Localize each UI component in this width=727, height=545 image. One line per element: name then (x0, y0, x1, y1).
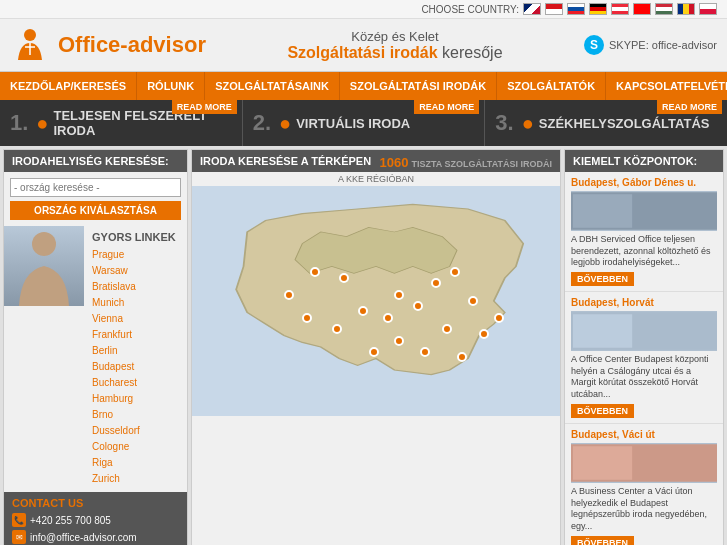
tagline-top: Közép és Kelet (287, 29, 502, 44)
email-address: info@office-advisor.com (30, 532, 137, 543)
nav: KEZDŐLAP/KERESÉS RÓLUNK SZOLGÁLTATÁSAINK… (0, 72, 727, 100)
tagline: Közép és Kelet Szolgáltatási irodák kere… (287, 29, 502, 62)
country-search-input[interactable] (10, 178, 181, 197)
logo-text: Office-advisor (58, 32, 206, 58)
left-content: GYORS LINKEK Prague Warsaw Bratislava Mu… (4, 226, 187, 492)
svg-point-3 (32, 232, 56, 256)
email-item: ✉ info@office-advisor.com (12, 530, 179, 544)
featured-item-3: Budapest, Váci út A Business Center a Vá… (565, 424, 723, 545)
featured-readmore-2[interactable]: BŐVEBBEN (571, 404, 634, 418)
flag-de[interactable] (589, 3, 607, 15)
logo-area: Office-advisor (10, 25, 206, 65)
map-dot-8[interactable] (450, 267, 460, 277)
link-prague[interactable]: Prague (92, 247, 176, 263)
featured-img-2 (571, 311, 717, 351)
skype-area: S SKYPE: office-advisor (584, 35, 717, 55)
banner-item-2[interactable]: READ MORE 2. ● VIRTUÁLIS IRODA (243, 100, 486, 146)
contact-us-label: CONTACT US (12, 497, 179, 509)
flag-cz[interactable] (545, 3, 563, 15)
flag-ro[interactable] (677, 3, 695, 15)
map-header-title: IRODA KERESÉSE A TÉRKÉPEN (200, 155, 371, 167)
link-cologne[interactable]: Cologne (92, 439, 176, 455)
banner-item-1[interactable]: READ MORE 1. ● TELJESEN FELSZERELT IRODA (0, 100, 243, 146)
map-dot-12[interactable] (369, 347, 379, 357)
nav-item-contact[interactable]: KAPCSOLATFELVÉTEL (606, 72, 727, 100)
phone-number: +420 255 700 805 (30, 515, 111, 526)
link-bratislava[interactable]: Bratislava (92, 279, 176, 295)
nav-item-home[interactable]: KEZDŐLAP/KERESÉS (0, 72, 137, 100)
tagline-bold: Szolgáltatási irodák (287, 44, 437, 61)
map-dot-16[interactable] (494, 313, 504, 323)
banner-item-3[interactable]: READ MORE 3. ● SZÉKHELYSZOLGÁLTATÁS (485, 100, 727, 146)
banner-num-1: 1. (10, 110, 28, 136)
left-panel-header: IRODAHELYISÉG KERESÉSE: (4, 150, 187, 172)
link-zurich[interactable]: Zurich (92, 471, 176, 487)
logo-prefix: Office- (58, 32, 128, 57)
map-dot-4[interactable] (383, 313, 393, 323)
map-svg (192, 186, 560, 416)
banner-text-2: VIRTUÁLIS IRODA (296, 116, 410, 131)
link-brno[interactable]: Brno (92, 407, 176, 423)
flag-pl[interactable] (699, 3, 717, 15)
skype-icon: S (584, 35, 604, 55)
phone-icon: 📞 (12, 513, 26, 527)
map-dot-3[interactable] (332, 324, 342, 334)
right-panel-header: KIEMELT KÖZPONTOK: (565, 150, 723, 172)
tagline-bottom: Szolgáltatási irodák keresője (287, 44, 502, 62)
flag-hu[interactable] (655, 3, 673, 15)
map-dot-0[interactable] (310, 267, 320, 277)
flag-sk[interactable] (567, 3, 585, 15)
country-select-button[interactable]: ORSZÁG KIVÁLASZTÁSA (10, 201, 181, 220)
banner-dot-2: ● (279, 112, 291, 135)
choose-country-label: CHOOSE COUNTRY: (421, 4, 519, 15)
banner-readmore-1[interactable]: READ MORE (172, 100, 237, 114)
featured-readmore-3[interactable]: BŐVEBBEN (571, 536, 634, 545)
map-count: 1060 (380, 155, 409, 170)
link-munich[interactable]: Munich (92, 295, 176, 311)
link-hamburg[interactable]: Hamburg (92, 391, 176, 407)
quick-links-title: GYORS LINKEK (92, 231, 176, 243)
svg-point-0 (24, 29, 36, 41)
nav-item-providers[interactable]: SZOLGÁLTATÓK (497, 72, 606, 100)
flag-uk[interactable] (523, 3, 541, 15)
map-dot-17[interactable] (284, 290, 294, 300)
banner-readmore-2[interactable]: READ MORE (414, 100, 479, 114)
banner-dot-1: ● (36, 112, 48, 135)
map-panel: IRODA KERESÉSE A TÉRKÉPEN 1060 TISZTA SZ… (191, 149, 561, 545)
banner-num-2: 2. (253, 110, 271, 136)
phone-item: 📞 +420 255 700 805 (12, 513, 179, 527)
link-frankfurt[interactable]: Frankfurt (92, 327, 176, 343)
person-column (4, 226, 84, 492)
link-vienna[interactable]: Vienna (92, 311, 176, 327)
map-dot-11[interactable] (394, 336, 404, 346)
featured-text-2: A Office Center Budapest központi helyén… (571, 354, 717, 401)
link-dusseldorf[interactable]: Dusseldorf (92, 423, 176, 439)
skype-label: SKYPE: office-advisor (609, 39, 717, 51)
map-panel-header: IRODA KERESÉSE A TÉRKÉPEN 1060 TISZTA SZ… (192, 150, 560, 172)
nav-item-services[interactable]: SZOLGÁLTATÁSAINK (205, 72, 340, 100)
map-dot-6[interactable] (413, 301, 423, 311)
map-dot-15[interactable] (479, 329, 489, 339)
map-dot-14[interactable] (457, 352, 467, 362)
link-warsaw[interactable]: Warsaw (92, 263, 176, 279)
link-riga[interactable]: Riga (92, 455, 176, 471)
link-budapest[interactable]: Budapest (92, 359, 176, 375)
flag-ch[interactable] (633, 3, 651, 15)
map-count-area: 1060 TISZTA SZOLGÁLTATÁSI IRODÁI (380, 155, 552, 170)
search-box: ORSZÁG KIVÁLASZTÁSA (4, 172, 187, 226)
nav-item-about[interactable]: RÓLUNK (137, 72, 205, 100)
flag-at[interactable] (611, 3, 629, 15)
map-dot-5[interactable] (394, 290, 404, 300)
featured-title-1: Budapest, Gábor Dénes u. (571, 177, 717, 188)
map-dot-18[interactable] (302, 313, 312, 323)
banner-readmore-3[interactable]: READ MORE (657, 100, 722, 114)
map-sub-label: A KKE RÉGIÓBAN (192, 172, 560, 186)
svg-rect-8 (573, 314, 632, 348)
featured-img-3 (571, 443, 717, 483)
nav-item-offices[interactable]: SZOLGÁLTATÁSI IRODÁK (340, 72, 497, 100)
link-berlin[interactable]: Berlin (92, 343, 176, 359)
featured-readmore-1[interactable]: BŐVEBBEN (571, 272, 634, 286)
logo-icon (10, 25, 50, 65)
map-dot-2[interactable] (358, 306, 368, 316)
link-bucharest[interactable]: Bucharest (92, 375, 176, 391)
